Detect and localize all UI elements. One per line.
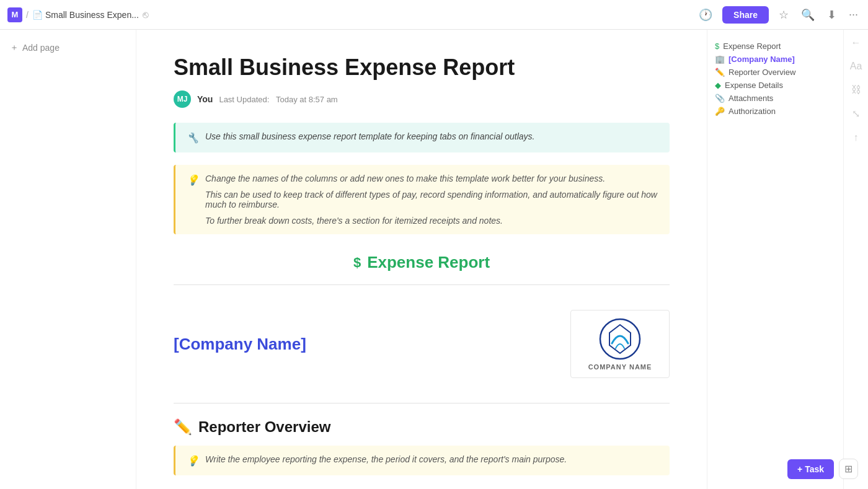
reporter-emoji: ✏️ bbox=[174, 418, 192, 436]
callout-reporter-icon: 💡 bbox=[187, 455, 199, 467]
toc-label-0: Expense Report bbox=[723, 42, 781, 51]
content-area: Small Business Expense Report MJ You Las… bbox=[136, 30, 707, 489]
export-icon[interactable]: ⎋ bbox=[143, 9, 149, 20]
main-layout: ＋ Add page Small Business Expense Report… bbox=[0, 30, 868, 489]
toc-item-4[interactable]: 📎Attachments bbox=[715, 92, 836, 105]
breadcrumb-doc: 📄 Small Business Expen... bbox=[32, 10, 139, 20]
toc-item-3[interactable]: ◆Expense Details bbox=[715, 79, 836, 92]
topbar-right: 🕐 Share ☆ 🔍 ⬇ ··· bbox=[696, 6, 861, 24]
toc-label-2: Reporter Overview bbox=[728, 68, 795, 77]
company-logo-box: COMPANY NAME bbox=[570, 310, 670, 378]
divider-top bbox=[174, 284, 670, 285]
callout-reporter: 💡 Write the employee reporting the expen… bbox=[174, 446, 670, 475]
company-row: [Company Name] COMPANY NAME bbox=[174, 297, 670, 390]
toc-icon-1: 🏢 bbox=[715, 55, 725, 64]
grid-button[interactable]: ⊞ bbox=[839, 459, 858, 479]
upload-icon[interactable]: ↑ bbox=[854, 132, 859, 143]
download-icon[interactable]: ⬇ bbox=[825, 6, 839, 24]
doc-title[interactable]: Small Business Expen... bbox=[45, 10, 139, 20]
add-page-button[interactable]: ＋ Add page bbox=[5, 40, 64, 56]
toc-item-0[interactable]: $Expense Report bbox=[715, 40, 836, 53]
callout-green: 🔧 Use this small business expense report… bbox=[174, 123, 670, 152]
toc-icon-5: 🔑 bbox=[715, 107, 725, 116]
share-button[interactable]: Share bbox=[722, 6, 769, 24]
company-logo-label: COMPANY NAME bbox=[588, 363, 652, 371]
meta-value: Today at 8:57 am bbox=[276, 95, 338, 104]
toc-icon-0: $ bbox=[715, 42, 719, 51]
toc-item-5[interactable]: 🔑Authorization bbox=[715, 105, 836, 118]
expense-report-heading: $ Expense Report bbox=[174, 253, 670, 272]
add-page-label: Add page bbox=[22, 43, 60, 53]
breadcrumb-sep: / bbox=[26, 10, 29, 20]
task-button[interactable]: + Task bbox=[787, 459, 834, 479]
author-name: You bbox=[197, 94, 213, 104]
page-title: Small Business Expense Report bbox=[174, 55, 670, 81]
svg-marker-1 bbox=[609, 325, 631, 353]
company-logo-svg bbox=[598, 317, 642, 361]
expand-icon[interactable]: ⤡ bbox=[852, 108, 860, 120]
left-sidebar: ＋ Add page bbox=[0, 30, 136, 489]
right-sidebar-toc: $Expense Report🏢[Company Name]✏️Reporter… bbox=[707, 30, 843, 489]
bottom-right-actions: + Task ⊞ bbox=[787, 459, 858, 479]
font-icon[interactable]: Aa bbox=[850, 61, 862, 72]
star-icon[interactable]: ☆ bbox=[776, 6, 791, 24]
plus-icon: ＋ bbox=[10, 42, 19, 53]
reporter-overview-heading: ✏️ Reporter Overview bbox=[174, 418, 670, 436]
avatar: MJ bbox=[174, 90, 191, 108]
toc-icon-2: ✏️ bbox=[715, 68, 725, 77]
callout-yellow-text: Change the names of the columns or add n… bbox=[205, 174, 658, 226]
divider-bottom bbox=[174, 403, 670, 403]
callout-yellow-p1: Change the names of the columns or add n… bbox=[205, 174, 658, 183]
link-icon[interactable]: ⛓ bbox=[851, 84, 861, 95]
avatar-initials: MJ bbox=[177, 95, 188, 104]
author-row: MJ You Last Updated: Today at 8:57 am bbox=[174, 90, 670, 108]
toc-label-1: [Company Name] bbox=[728, 55, 795, 64]
meta-prefix: Last Updated: bbox=[219, 95, 269, 104]
company-name: [Company Name] bbox=[174, 335, 306, 354]
topbar: M / 📄 Small Business Expen... ⎋ 🕐 Share … bbox=[0, 0, 868, 30]
doc-icon: 📄 bbox=[32, 10, 43, 20]
callout-yellow-p2: This can be used to keep track of differ… bbox=[205, 190, 658, 209]
toc: $Expense Report🏢[Company Name]✏️Reporter… bbox=[715, 40, 836, 118]
callout-yellow: 💡 Change the names of the columns or add… bbox=[174, 165, 670, 234]
toc-item-2[interactable]: ✏️Reporter Overview bbox=[715, 66, 836, 79]
toc-label-4: Attachments bbox=[728, 94, 773, 103]
author-meta: Last Updated: Today at 8:57 am bbox=[219, 95, 337, 104]
expense-report-label: Expense Report bbox=[367, 253, 490, 272]
callout-yellow-icon: 💡 bbox=[187, 174, 199, 186]
search-icon[interactable]: 🔍 bbox=[799, 6, 817, 24]
more-icon[interactable]: ··· bbox=[846, 6, 861, 24]
toc-icon-4: 📎 bbox=[715, 94, 725, 103]
myspace-logo[interactable]: M bbox=[7, 7, 22, 22]
callout-yellow-p3: To further break down costs, there's a s… bbox=[205, 216, 658, 226]
toc-label-3: Expense Details bbox=[725, 81, 783, 90]
callout-reporter-text: Write the employee reporting the expense… bbox=[205, 454, 567, 464]
reporter-label: Reporter Overview bbox=[198, 418, 330, 436]
callout-green-icon: 🔧 bbox=[187, 132, 199, 144]
toc-icon-3: ◆ bbox=[715, 81, 721, 90]
collapse-icon[interactable]: ← bbox=[851, 37, 861, 48]
dollar-icon: $ bbox=[353, 255, 361, 271]
topbar-left: M / 📄 Small Business Expen... ⎋ bbox=[7, 7, 696, 22]
toc-label-5: Authorization bbox=[728, 107, 776, 116]
toc-item-1[interactable]: 🏢[Company Name] bbox=[715, 53, 836, 66]
right-edge-tools: ← Aa ⛓ ⤡ ↑ bbox=[843, 30, 868, 489]
callout-green-text: Use this small business expense report t… bbox=[205, 131, 535, 141]
history-icon[interactable]: 🕐 bbox=[696, 6, 715, 24]
